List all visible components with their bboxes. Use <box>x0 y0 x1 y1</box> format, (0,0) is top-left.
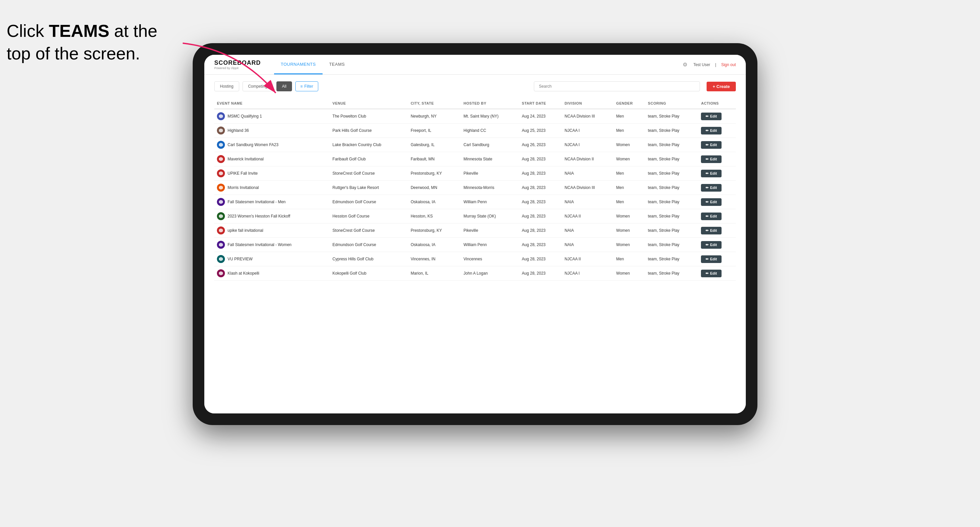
cell-hosted-by: Minnesota-Morris <box>461 181 519 195</box>
cell-scoring: team, Stroke Play <box>645 209 698 224</box>
cell-start-date: Aug 28, 2023 <box>519 266 562 281</box>
cell-scoring: team, Stroke Play <box>645 195 698 209</box>
edit-icon: ✏ <box>706 271 709 276</box>
cell-division: NJCAA II <box>562 252 614 266</box>
cell-gender: Men <box>614 167 646 181</box>
cell-hosted-by: Pikeville <box>461 167 519 181</box>
edit-button[interactable]: ✏ Edit <box>701 127 722 135</box>
cell-start-date: Aug 28, 2023 <box>519 167 562 181</box>
cell-gender: Women <box>614 266 646 281</box>
cell-city-state: Prestonsburg, KY <box>408 167 461 181</box>
cell-city-state: Faribault, MN <box>408 152 461 167</box>
cell-event-name: Highland 36 <box>214 124 330 138</box>
sign-out-link[interactable]: Sign out <box>721 62 736 67</box>
col-start-date: START DATE <box>519 98 562 109</box>
edit-button[interactable]: ✏ Edit <box>701 198 722 206</box>
table-body: MSMC Qualifying 1 The Powelton ClubNewbu… <box>214 109 736 281</box>
edit-button[interactable]: ✏ Edit <box>701 184 722 192</box>
cell-division: NAIA <box>562 167 614 181</box>
table-row: MSMC Qualifying 1 The Powelton ClubNewbu… <box>214 109 736 124</box>
event-name-cell: Carl Sandburg Women FA23 <box>217 141 327 149</box>
cell-division: NJCAA I <box>562 266 614 281</box>
cell-venue: Park Hills Golf Course <box>330 124 408 138</box>
edit-button[interactable]: ✏ Edit <box>701 141 722 149</box>
tournaments-table: EVENT NAME VENUE CITY, STATE HOSTED BY S… <box>214 98 736 281</box>
cell-gender: Men <box>614 195 646 209</box>
edit-icon: ✏ <box>706 186 709 190</box>
table-header-row: EVENT NAME VENUE CITY, STATE HOSTED BY S… <box>214 98 736 109</box>
cell-actions: ✏ Edit <box>698 224 736 238</box>
edit-button[interactable]: ✏ Edit <box>701 170 722 177</box>
table-row: UPIKE Fall Invite StoneCrest Golf Course… <box>214 167 736 181</box>
edit-button[interactable]: ✏ Edit <box>701 156 722 163</box>
table-row: Carl Sandburg Women FA23 Lake Bracken Co… <box>214 138 736 152</box>
instruction-text: Click TEAMS at the top of the screen. <box>6 20 158 65</box>
table-row: Fall Statesmen Invitational - Men Edmund… <box>214 195 736 209</box>
event-name-cell: Highland 36 <box>217 127 327 135</box>
edit-button[interactable]: ✏ Edit <box>701 227 722 235</box>
cell-hosted-by: Highland CC <box>461 124 519 138</box>
event-name-cell: MSMC Qualifying 1 <box>217 112 327 120</box>
cell-actions: ✏ Edit <box>698 152 736 167</box>
settings-icon[interactable]: ⚙ <box>682 62 688 68</box>
create-button[interactable]: + Create <box>706 82 736 91</box>
edit-button[interactable]: ✏ Edit <box>701 113 722 120</box>
instruction-line3: top of the screen. <box>6 44 140 63</box>
cell-venue: Kokopelli Golf Club <box>330 266 408 281</box>
cell-start-date: Aug 28, 2023 <box>519 209 562 224</box>
event-name-cell: Fall Statesmen Invitational - Women <box>217 241 327 249</box>
hosting-filter-button[interactable]: Hosting <box>214 81 239 91</box>
edit-button[interactable]: ✏ Edit <box>701 213 722 220</box>
tab-teams[interactable]: TEAMS <box>323 55 352 75</box>
cell-event-name: Fall Statesmen Invitational - Men <box>214 195 330 209</box>
cell-venue: Cypress Hills Golf Club <box>330 252 408 266</box>
cell-start-date: Aug 28, 2023 <box>519 195 562 209</box>
edit-button[interactable]: ✏ Edit <box>701 256 722 263</box>
edit-icon: ✏ <box>706 229 709 233</box>
cell-hosted-by: Carl Sandburg <box>461 138 519 152</box>
cell-event-name: Carl Sandburg Women FA23 <box>214 138 330 152</box>
team-logo <box>217 227 225 235</box>
tab-tournaments[interactable]: TOURNAMENTS <box>274 55 323 75</box>
event-name-cell: UPIKE Fall Invite <box>217 169 327 177</box>
edit-icon: ✏ <box>706 114 709 119</box>
team-logo <box>217 155 225 163</box>
cell-actions: ✏ Edit <box>698 252 736 266</box>
cell-actions: ✏ Edit <box>698 238 736 252</box>
cell-city-state: Oskaloosa, IA <box>408 195 461 209</box>
cell-gender: Women <box>614 224 646 238</box>
search-input[interactable] <box>534 81 700 91</box>
separator: | <box>715 62 716 67</box>
cell-event-name: Fall Statesmen Invitational - Women <box>214 238 330 252</box>
cell-scoring: team, Stroke Play <box>645 224 698 238</box>
competing-filter-button[interactable]: Competing <box>242 81 273 91</box>
edit-button[interactable]: ✏ Edit <box>701 270 722 277</box>
cell-division: NAIA <box>562 224 614 238</box>
table-row: Highland 36 Park Hills Golf CourseFreepo… <box>214 124 736 138</box>
edit-button[interactable]: ✏ Edit <box>701 241 722 249</box>
cell-event-name: VU PREVIEW <box>214 252 330 266</box>
col-venue: VENUE <box>330 98 408 109</box>
col-scoring: SCORING <box>645 98 698 109</box>
team-logo <box>217 269 225 277</box>
event-name-cell: Fall Statesmen Invitational - Men <box>217 198 327 206</box>
edit-icon: ✏ <box>706 143 709 147</box>
app-logo: SCOREBOARD Powered by clippit <box>214 59 261 70</box>
app-header: SCOREBOARD Powered by clippit TOURNAMENT… <box>204 55 746 75</box>
cell-hosted-by: William Penn <box>461 195 519 209</box>
cell-gender: Women <box>614 238 646 252</box>
event-name-cell: Maverick Invitational <box>217 155 327 163</box>
cell-actions: ✏ Edit <box>698 124 736 138</box>
cell-division: NCAA Division III <box>562 109 614 124</box>
search-box <box>534 81 700 91</box>
filter-button[interactable]: ≡ Filter <box>295 81 318 91</box>
cell-scoring: team, Stroke Play <box>645 181 698 195</box>
cell-scoring: team, Stroke Play <box>645 167 698 181</box>
cell-city-state: Freeport, IL <box>408 124 461 138</box>
cell-hosted-by: Minnesota State <box>461 152 519 167</box>
cell-event-name: MSMC Qualifying 1 <box>214 109 330 124</box>
cell-division: NJCAA I <box>562 124 614 138</box>
cell-actions: ✏ Edit <box>698 167 736 181</box>
cell-gender: Men <box>614 109 646 124</box>
all-filter-button[interactable]: All <box>277 81 292 91</box>
